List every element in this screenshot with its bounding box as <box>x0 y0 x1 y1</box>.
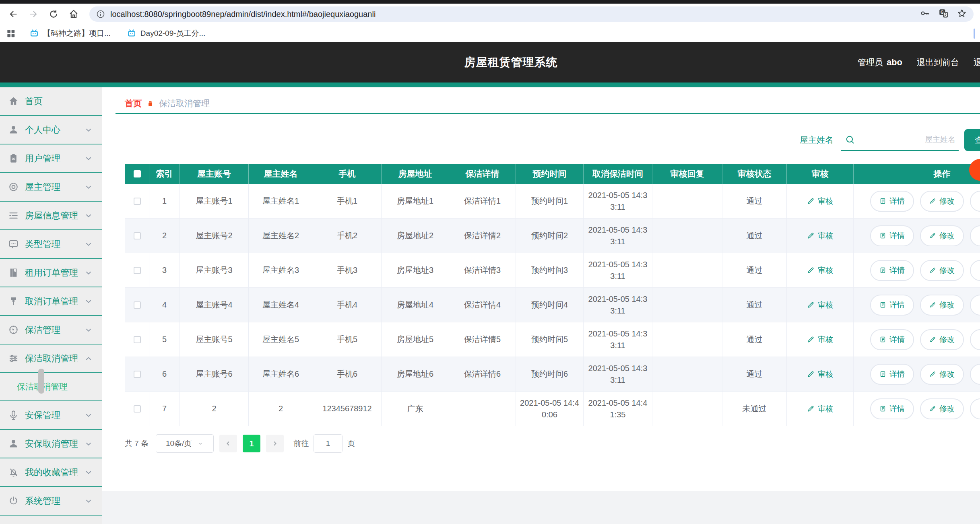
detail-button[interactable]: 详情 <box>870 398 914 419</box>
table-cell <box>652 392 722 426</box>
prev-page-button[interactable] <box>219 435 237 452</box>
edit-button[interactable]: 修改 <box>920 191 964 212</box>
edit-button[interactable]: 修改 <box>920 295 964 316</box>
pen-icon <box>807 266 815 274</box>
bookmark-star-icon[interactable] <box>957 8 967 20</box>
table-cell: 3 <box>149 253 180 288</box>
row-checkbox[interactable] <box>134 405 141 413</box>
query-button[interactable]: 查询 <box>964 129 980 151</box>
row-checkbox[interactable] <box>134 301 141 309</box>
sidebar-subitem[interactable]: 保洁取消管理 <box>0 373 102 401</box>
apps-grid-icon[interactable] <box>6 28 16 39</box>
sidebar-item[interactable]: 类型管理 <box>0 230 102 259</box>
edit-button[interactable]: 修改 <box>920 260 964 281</box>
pagination-total: 共 7 条 <box>125 438 149 449</box>
chevron-down-icon <box>84 326 93 334</box>
detail-button[interactable]: 详情 <box>870 260 914 281</box>
edit-button[interactable]: 修改 <box>920 364 964 385</box>
delete-button[interactable]: 删除 <box>970 260 980 281</box>
table-cell: 手机3 <box>313 253 382 288</box>
row-checkbox[interactable] <box>134 198 141 205</box>
delete-button[interactable]: 删除 <box>970 225 980 246</box>
detail-button[interactable]: 详情 <box>870 191 914 212</box>
bookmark-item[interactable]: Day02-09-员工分... <box>127 28 206 39</box>
detail-button[interactable]: 详情 <box>870 364 914 385</box>
audit-link[interactable]: 审核 <box>807 265 833 276</box>
list-icon <box>8 210 19 221</box>
audit-link[interactable]: 审核 <box>807 230 833 241</box>
row-checkbox[interactable] <box>134 336 141 343</box>
edit-button[interactable]: 修改 <box>920 398 964 419</box>
row-checkbox[interactable] <box>134 267 141 274</box>
current-page-button[interactable]: 1 <box>243 435 260 452</box>
pagination: 共 7 条 10条/页 1 前往 页 <box>125 434 980 453</box>
delete-button[interactable]: 删除 <box>970 398 980 419</box>
delete-button[interactable]: 删除 <box>970 191 980 212</box>
table-cell: 手机2 <box>313 219 382 253</box>
audit-link[interactable]: 审核 <box>807 196 833 207</box>
detail-button[interactable]: 详情 <box>870 295 914 316</box>
column-header: 房屋地址 <box>382 164 449 184</box>
home-browser-icon[interactable] <box>67 7 80 21</box>
audit-link[interactable]: 审核 <box>807 299 833 311</box>
delete-button[interactable]: 删除 <box>970 364 980 385</box>
table-cell: 屋主账号5 <box>180 322 249 357</box>
row-checkbox[interactable] <box>134 232 141 239</box>
refresh-icon[interactable] <box>47 7 60 21</box>
table-cell: 2021-05-05 14:33:11 <box>584 219 652 253</box>
site-info-icon[interactable] <box>96 9 105 19</box>
sidebar-item[interactable]: 安保取消管理 <box>0 430 102 458</box>
logout-link[interactable]: 退出 <box>974 57 980 68</box>
sidebar-item-label: 房屋信息管理 <box>25 210 84 222</box>
table-cell: 未通过 <box>722 392 787 426</box>
doc-icon <box>879 405 886 412</box>
translate-icon[interactable]: G <box>938 8 949 20</box>
breadcrumb-home-link[interactable]: 首页 <box>125 98 142 109</box>
page-size-select[interactable]: 10条/页 <box>156 434 214 453</box>
sidebar-item[interactable]: 系统管理 <box>0 487 102 516</box>
sidebar-item[interactable]: 取消订单管理 <box>0 287 102 316</box>
window-top-strip <box>0 0 980 4</box>
password-key-icon[interactable] <box>920 8 930 20</box>
sidebar-item[interactable]: 我的收藏管理 <box>0 458 102 487</box>
select-all-checkbox[interactable] <box>125 164 149 184</box>
sliders-icon <box>8 353 19 364</box>
search-input[interactable] <box>841 129 959 150</box>
back-icon[interactable] <box>6 7 20 21</box>
screen: localhost:8080/springboot89nep/admin/dis… <box>0 0 980 524</box>
row-checkbox[interactable] <box>134 371 141 378</box>
audit-link[interactable]: 审核 <box>807 369 833 380</box>
sidebar-item[interactable]: 用户管理 <box>0 144 102 173</box>
table-cell: 屋主姓名1 <box>249 184 313 219</box>
audit-link[interactable]: 审核 <box>807 334 833 345</box>
audit-link[interactable]: 审核 <box>807 403 833 415</box>
sidebar-item[interactable]: 安保管理 <box>0 401 102 430</box>
delete-button[interactable]: 删除 <box>970 329 980 350</box>
goto-page-input[interactable] <box>314 434 342 453</box>
sidebar-item[interactable]: 首页 <box>0 87 102 116</box>
sidebar-item-label: 租用订单管理 <box>25 267 84 279</box>
sidebar-item[interactable]: 保洁取消管理 <box>0 345 102 373</box>
sidebar-scrollbar-thumb[interactable] <box>38 369 44 394</box>
detail-button[interactable]: 详情 <box>870 225 914 246</box>
sidebar-item[interactable]: 保洁管理 <box>0 316 102 345</box>
sidebar-item[interactable]: 租用订单管理 <box>0 259 102 287</box>
sidebar-item[interactable]: 房屋信息管理 <box>0 202 102 230</box>
next-page-button[interactable] <box>266 435 284 452</box>
bookmark-item[interactable]: 【码神之路】项目... <box>29 28 111 39</box>
edit-button[interactable]: 修改 <box>920 329 964 350</box>
edit-button[interactable]: 修改 <box>920 225 964 246</box>
delete-button[interactable]: 删除 <box>970 295 980 316</box>
table-cell: 预约时间3 <box>516 253 584 288</box>
sidebar-item[interactable]: 个人中心 <box>0 116 102 144</box>
table-cell: 房屋地址4 <box>382 288 449 322</box>
admin-menu[interactable]: 管理员 abo <box>858 57 902 68</box>
detail-button[interactable]: 详情 <box>870 329 914 350</box>
table-cell <box>652 322 722 357</box>
sidebar-item[interactable]: 屋主管理 <box>0 173 102 202</box>
audit-label: 审核 <box>818 299 833 311</box>
forward-icon[interactable] <box>27 7 40 21</box>
logout-front-link[interactable]: 退出到前台 <box>917 57 959 68</box>
goto-suffix: 页 <box>347 438 355 449</box>
address-bar[interactable]: localhost:8080/springboot89nep/admin/dis… <box>89 6 974 22</box>
